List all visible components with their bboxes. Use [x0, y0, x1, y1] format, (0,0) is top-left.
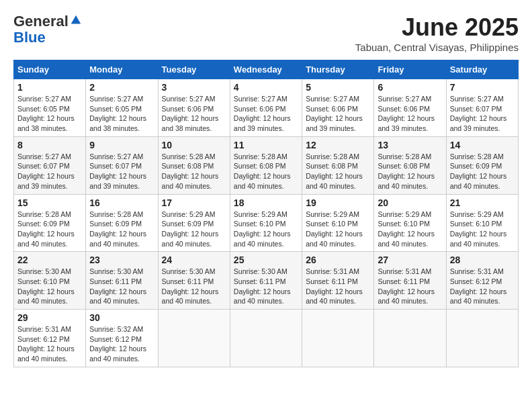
- day-number: 1: [17, 82, 82, 93]
- day-number: 10: [162, 140, 226, 150]
- day-number: 28: [450, 255, 515, 265]
- day-number: 8: [17, 140, 82, 150]
- day-info: Sunrise: 5:31 AM Sunset: 6:11 PM Dayligh…: [378, 267, 442, 306]
- table-row: 17 Sunrise: 5:29 AM Sunset: 6:09 PM Dayl…: [158, 194, 230, 252]
- calendar-week-row: 8 Sunrise: 5:27 AM Sunset: 6:07 PM Dayli…: [14, 136, 519, 194]
- day-info: Sunrise: 5:31 AM Sunset: 6:12 PM Dayligh…: [450, 267, 515, 306]
- day-number: 7: [450, 82, 515, 93]
- table-row: 29 Sunrise: 5:31 AM Sunset: 6:12 PM Dayl…: [14, 310, 86, 367]
- table-row: 16 Sunrise: 5:28 AM Sunset: 6:09 PM Dayl…: [86, 194, 158, 252]
- table-row: 14 Sunrise: 5:28 AM Sunset: 6:09 PM Dayl…: [446, 136, 518, 194]
- day-info: Sunrise: 5:27 AM Sunset: 6:07 PM Dayligh…: [17, 152, 82, 191]
- col-saturday: Saturday: [446, 60, 518, 79]
- day-info: Sunrise: 5:28 AM Sunset: 6:09 PM Dayligh…: [450, 152, 515, 191]
- table-row: 6 Sunrise: 5:27 AM Sunset: 6:06 PM Dayli…: [374, 79, 446, 137]
- day-info: Sunrise: 5:29 AM Sunset: 6:10 PM Dayligh…: [306, 210, 370, 249]
- calendar-week-row: 29 Sunrise: 5:31 AM Sunset: 6:12 PM Dayl…: [14, 310, 519, 367]
- day-info: Sunrise: 5:30 AM Sunset: 6:10 PM Dayligh…: [17, 267, 82, 306]
- calendar-week-row: 1 Sunrise: 5:27 AM Sunset: 6:05 PM Dayli…: [14, 79, 519, 137]
- day-number: 11: [234, 140, 298, 150]
- day-info: Sunrise: 5:29 AM Sunset: 6:10 PM Dayligh…: [450, 210, 515, 249]
- col-sunday: Sunday: [14, 60, 86, 79]
- day-number: 26: [306, 255, 370, 265]
- table-row: 2 Sunrise: 5:27 AM Sunset: 6:05 PM Dayli…: [86, 79, 158, 137]
- day-number: 24: [162, 255, 226, 265]
- calendar-week-row: 15 Sunrise: 5:28 AM Sunset: 6:09 PM Dayl…: [14, 194, 519, 252]
- table-row: 19 Sunrise: 5:29 AM Sunset: 6:10 PM Dayl…: [302, 194, 374, 252]
- table-row: 7 Sunrise: 5:27 AM Sunset: 6:07 PM Dayli…: [446, 79, 518, 137]
- logo-general: General: [13, 13, 69, 30]
- day-info: Sunrise: 5:27 AM Sunset: 6:06 PM Dayligh…: [378, 94, 442, 134]
- day-info: Sunrise: 5:31 AM Sunset: 6:11 PM Dayligh…: [306, 267, 370, 306]
- col-friday: Friday: [374, 60, 446, 79]
- title-area: June 2025 Tabuan, Central Visayas, Phili…: [355, 13, 519, 53]
- table-row: 21 Sunrise: 5:29 AM Sunset: 6:10 PM Dayl…: [446, 194, 518, 252]
- page-header: General Blue June 2025 Tabuan, Central V…: [13, 13, 519, 53]
- day-info: Sunrise: 5:27 AM Sunset: 6:07 PM Dayligh…: [450, 94, 515, 134]
- col-thursday: Thursday: [302, 60, 374, 79]
- day-info: Sunrise: 5:27 AM Sunset: 6:05 PM Dayligh…: [89, 94, 154, 134]
- day-number: 20: [378, 197, 442, 208]
- day-number: 14: [450, 140, 515, 150]
- calendar-table: Sunday Monday Tuesday Wednesday Thursday…: [13, 60, 519, 367]
- svg-marker-0: [71, 15, 81, 24]
- day-number: 21: [450, 197, 515, 208]
- table-row: 1 Sunrise: 5:27 AM Sunset: 6:05 PM Dayli…: [14, 79, 86, 137]
- day-info: Sunrise: 5:30 AM Sunset: 6:11 PM Dayligh…: [162, 267, 226, 306]
- table-row: 10 Sunrise: 5:28 AM Sunset: 6:08 PM Dayl…: [158, 136, 230, 194]
- table-row: 11 Sunrise: 5:28 AM Sunset: 6:08 PM Dayl…: [230, 136, 302, 194]
- day-number: 4: [234, 82, 298, 93]
- day-number: 3: [162, 82, 226, 93]
- day-info: Sunrise: 5:30 AM Sunset: 6:11 PM Dayligh…: [89, 267, 154, 306]
- table-row: 20 Sunrise: 5:29 AM Sunset: 6:10 PM Dayl…: [374, 194, 446, 252]
- day-info: Sunrise: 5:28 AM Sunset: 6:08 PM Dayligh…: [234, 152, 298, 191]
- day-info: Sunrise: 5:27 AM Sunset: 6:05 PM Dayligh…: [17, 94, 82, 134]
- table-row: 13 Sunrise: 5:28 AM Sunset: 6:08 PM Dayl…: [374, 136, 446, 194]
- table-row: 27 Sunrise: 5:31 AM Sunset: 6:11 PM Dayl…: [374, 252, 446, 310]
- day-number: 15: [17, 197, 82, 208]
- day-info: Sunrise: 5:27 AM Sunset: 6:07 PM Dayligh…: [89, 152, 154, 191]
- day-number: 18: [234, 197, 298, 208]
- day-info: Sunrise: 5:28 AM Sunset: 6:08 PM Dayligh…: [378, 152, 442, 191]
- logo: General Blue: [13, 13, 82, 46]
- table-row: 15 Sunrise: 5:28 AM Sunset: 6:09 PM Dayl…: [14, 194, 86, 252]
- day-info: Sunrise: 5:27 AM Sunset: 6:06 PM Dayligh…: [162, 94, 226, 134]
- table-row: 12 Sunrise: 5:28 AM Sunset: 6:08 PM Dayl…: [302, 136, 374, 194]
- table-row: 23 Sunrise: 5:30 AM Sunset: 6:11 PM Dayl…: [86, 252, 158, 310]
- day-info: Sunrise: 5:28 AM Sunset: 6:09 PM Dayligh…: [17, 210, 82, 249]
- table-row: 30 Sunrise: 5:32 AM Sunset: 6:12 PM Dayl…: [86, 310, 158, 367]
- day-info: Sunrise: 5:28 AM Sunset: 6:09 PM Dayligh…: [89, 210, 154, 249]
- day-info: Sunrise: 5:29 AM Sunset: 6:09 PM Dayligh…: [162, 210, 226, 249]
- day-number: 30: [89, 312, 154, 323]
- day-info: Sunrise: 5:27 AM Sunset: 6:06 PM Dayligh…: [234, 94, 298, 134]
- table-row: 28 Sunrise: 5:31 AM Sunset: 6:12 PM Dayl…: [446, 252, 518, 310]
- day-info: Sunrise: 5:32 AM Sunset: 6:12 PM Dayligh…: [89, 324, 154, 364]
- table-row: 8 Sunrise: 5:27 AM Sunset: 6:07 PM Dayli…: [14, 136, 86, 194]
- table-row: 9 Sunrise: 5:27 AM Sunset: 6:07 PM Dayli…: [86, 136, 158, 194]
- table-row: 5 Sunrise: 5:27 AM Sunset: 6:06 PM Dayli…: [302, 79, 374, 137]
- day-number: 29: [17, 312, 82, 323]
- logo-blue: Blue: [13, 29, 46, 46]
- day-info: Sunrise: 5:28 AM Sunset: 6:08 PM Dayligh…: [306, 152, 370, 191]
- empty-cell: [302, 310, 374, 367]
- col-monday: Monday: [86, 60, 158, 79]
- table-row: 4 Sunrise: 5:27 AM Sunset: 6:06 PM Dayli…: [230, 79, 302, 137]
- col-tuesday: Tuesday: [158, 60, 230, 79]
- table-row: 25 Sunrise: 5:30 AM Sunset: 6:11 PM Dayl…: [230, 252, 302, 310]
- month-title: June 2025: [355, 13, 519, 42]
- empty-cell: [374, 310, 446, 367]
- empty-cell: [230, 310, 302, 367]
- day-number: 22: [17, 255, 82, 265]
- table-row: 26 Sunrise: 5:31 AM Sunset: 6:11 PM Dayl…: [302, 252, 374, 310]
- day-number: 27: [378, 255, 442, 265]
- col-wednesday: Wednesday: [230, 60, 302, 79]
- calendar-week-row: 22 Sunrise: 5:30 AM Sunset: 6:10 PM Dayl…: [14, 252, 519, 310]
- calendar-header-row: Sunday Monday Tuesday Wednesday Thursday…: [14, 60, 519, 79]
- table-row: 18 Sunrise: 5:29 AM Sunset: 6:10 PM Dayl…: [230, 194, 302, 252]
- table-row: 22 Sunrise: 5:30 AM Sunset: 6:10 PM Dayl…: [14, 252, 86, 310]
- day-number: 23: [89, 255, 154, 265]
- location-title: Tabuan, Central Visayas, Philippines: [355, 42, 519, 53]
- day-info: Sunrise: 5:30 AM Sunset: 6:11 PM Dayligh…: [234, 267, 298, 306]
- empty-cell: [446, 310, 518, 367]
- day-info: Sunrise: 5:31 AM Sunset: 6:12 PM Dayligh…: [17, 324, 82, 364]
